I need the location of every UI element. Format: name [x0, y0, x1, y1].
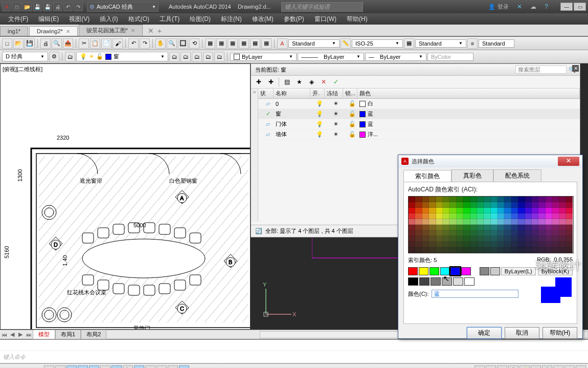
aci-swatch[interactable] [497, 213, 504, 219]
aci-swatch[interactable] [415, 219, 422, 225]
aci-swatch[interactable] [525, 236, 532, 242]
aci-swatch[interactable] [436, 213, 443, 219]
help-button[interactable]: 帮助(H) [542, 327, 577, 339]
aci-swatch[interactable] [463, 219, 470, 225]
aci-swatch[interactable] [449, 242, 456, 247]
aci-swatch[interactable] [463, 242, 470, 247]
color-cyan[interactable] [440, 267, 450, 275]
preview-icon[interactable]: 🔍 [52, 38, 62, 49]
new-tab-button[interactable]: ✕ ＋ [144, 27, 167, 36]
aci-swatch[interactable] [436, 230, 443, 236]
aci-swatch[interactable] [429, 225, 436, 230]
help-search-input[interactable]: 键入关键字或短语 [281, 2, 363, 12]
layer-dropdown[interactable]: 💡 ☀ 🔓 窗▼ [76, 52, 168, 61]
aci-swatch[interactable] [559, 247, 566, 253]
aci-swatch[interactable] [518, 242, 525, 247]
aci-swatch[interactable] [532, 197, 538, 202]
sun-icon[interactable]: ☀ [327, 111, 345, 117]
aci-swatch[interactable] [504, 202, 511, 208]
3dosnap-toggle[interactable]: ◧ [100, 365, 110, 369]
aci-swatch[interactable] [497, 242, 504, 247]
aci-swatch[interactable] [409, 247, 415, 253]
aci-swatch[interactable] [436, 219, 443, 225]
aci-swatch[interactable] [559, 236, 566, 242]
aci-swatch[interactable] [429, 197, 436, 202]
lock-icon[interactable]: 🔓 [345, 131, 359, 138]
gray-swatch[interactable] [431, 277, 441, 286]
aci-swatch[interactable] [491, 247, 497, 253]
aci-swatch[interactable] [546, 242, 552, 247]
model-tab[interactable]: 模型 [33, 330, 55, 339]
aci-swatch[interactable] [518, 236, 525, 242]
aci-swatch[interactable] [504, 197, 511, 202]
aci-swatch[interactable] [463, 202, 470, 208]
aci-swatch[interactable] [470, 230, 477, 236]
table-style-icon[interactable]: ▦ [404, 38, 414, 49]
aci-swatch[interactable] [449, 202, 456, 208]
tab-nav-prev-icon[interactable]: ◀ [8, 331, 16, 338]
hardware-icon[interactable]: ▭ [553, 365, 563, 369]
aci-swatch[interactable] [525, 247, 532, 253]
aci-swatch[interactable] [463, 225, 470, 230]
menu-insert[interactable]: 插入(I) [95, 14, 123, 25]
aci-swatch[interactable] [484, 208, 490, 213]
aci-swatch[interactable] [546, 225, 552, 230]
aci-swatch[interactable] [532, 230, 538, 236]
aci-swatch[interactable] [470, 219, 477, 225]
aci-swatch[interactable] [518, 225, 525, 230]
layer-row[interactable]: ✓ 窗 💡 ☀ 🔓 蓝 [258, 109, 580, 119]
aci-swatch[interactable] [463, 230, 470, 236]
delete-layer-icon[interactable]: ✕ [319, 77, 328, 86]
aci-swatch[interactable] [429, 230, 436, 236]
aci-swatch[interactable] [538, 208, 545, 213]
aci-swatch[interactable] [477, 213, 484, 219]
command-prompt[interactable]: 键入命令 [0, 351, 588, 363]
tab-color-books[interactable]: 配色系统 [493, 169, 541, 182]
sun-icon[interactable]: ☀ [327, 100, 345, 107]
exchange-icon[interactable]: ✕ [515, 3, 524, 10]
aci-swatch[interactable] [532, 213, 538, 219]
menu-file[interactable]: 文件(F) [3, 14, 33, 25]
aci-swatch[interactable] [491, 230, 497, 236]
match-icon[interactable]: 🖌 [112, 38, 123, 49]
aci-swatch[interactable] [546, 247, 552, 253]
menu-dim[interactable]: 标注(N) [216, 14, 247, 25]
aci-swatch[interactable] [470, 208, 477, 213]
aci-swatch[interactable] [409, 219, 415, 225]
zoom-prev-icon[interactable]: ⟲ [189, 38, 199, 49]
aci-swatch[interactable] [532, 208, 538, 213]
aci-swatch[interactable] [457, 247, 463, 253]
aci-swatch[interactable] [470, 213, 477, 219]
dim-style-icon[interactable]: 📏 [341, 38, 351, 49]
qat-new-icon[interactable]: □ [12, 2, 21, 11]
qp-toggle[interactable]: ▭ [168, 365, 178, 369]
aci-swatch[interactable] [415, 236, 422, 242]
cloud-icon[interactable]: ☁ [528, 3, 538, 10]
aci-swatch[interactable] [552, 225, 559, 230]
aci-swatch[interactable] [504, 247, 511, 253]
aci-swatch[interactable] [511, 219, 518, 225]
pan-icon[interactable]: ✋ [155, 38, 166, 49]
aci-swatch[interactable] [546, 219, 552, 225]
aci-swatch[interactable] [532, 219, 538, 225]
layer-search-input[interactable] [515, 66, 567, 74]
aci-swatch[interactable] [470, 225, 477, 230]
aci-swatch[interactable] [443, 236, 449, 242]
annoscale-icon[interactable]: A [508, 365, 518, 369]
aci-swatch[interactable] [422, 197, 429, 202]
layer-color-cell[interactable]: 白 [359, 100, 373, 107]
aci-swatch[interactable] [415, 225, 422, 230]
bylayer-button[interactable]: ByLayer(L) [501, 267, 536, 275]
aci-swatch[interactable] [443, 225, 449, 230]
aci-swatch[interactable] [491, 242, 497, 247]
aci-swatch[interactable] [566, 242, 573, 247]
aci-swatch[interactable] [422, 219, 429, 225]
aci-swatch[interactable] [457, 225, 463, 230]
text-style-icon[interactable]: A [277, 38, 287, 49]
layer-tool1-icon[interactable]: 🗂 [180, 52, 191, 62]
color-blue[interactable] [450, 267, 460, 275]
aci-swatch[interactable] [566, 208, 573, 213]
layer-tool4-icon[interactable]: 🗂 [214, 52, 224, 62]
aci-swatch[interactable] [497, 225, 504, 230]
gray-swatch[interactable] [442, 277, 452, 286]
